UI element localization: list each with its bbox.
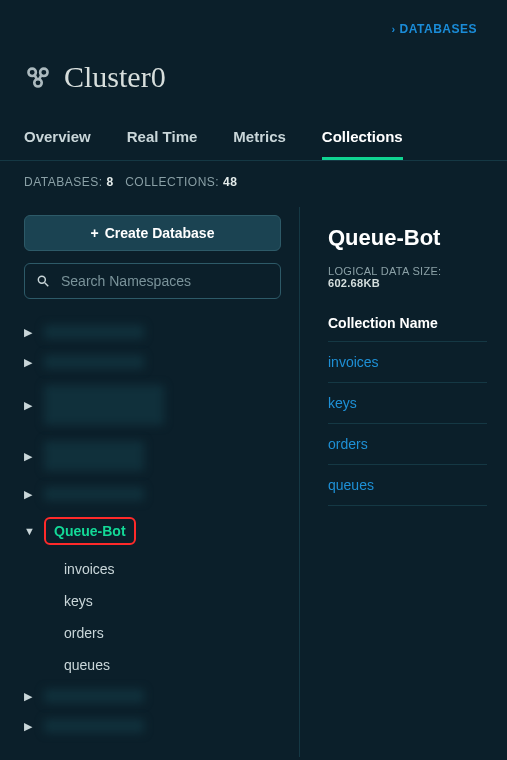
tab-overview[interactable]: Overview — [24, 128, 91, 160]
tabs: Overview Real Time Metrics Collections — [0, 94, 507, 161]
tree-collection-item[interactable]: keys — [64, 585, 281, 617]
svg-point-2 — [34, 79, 41, 86]
tree-db-item[interactable]: ▶ — [24, 433, 281, 479]
tree-db-item[interactable]: ▶ — [24, 681, 281, 711]
detail-title: Queue-Bot — [328, 225, 487, 251]
collection-row[interactable]: invoices — [328, 342, 487, 383]
tab-metrics[interactable]: Metrics — [233, 128, 286, 160]
collection-table-header: Collection Name — [328, 315, 487, 342]
tab-realtime[interactable]: Real Time — [127, 128, 198, 160]
caret-down-icon: ▼ — [24, 525, 34, 537]
stats-bar: DATABASES: 8 COLLECTIONS: 48 — [0, 161, 507, 189]
svg-line-4 — [39, 75, 41, 80]
svg-point-5 — [38, 276, 45, 283]
svg-line-6 — [45, 283, 49, 287]
tree-db-item[interactable]: ▶ — [24, 711, 281, 741]
database-tree: ▶ ▶ ▶ ▶ ▶ ▼ Queue-Bot invoices keys orde… — [24, 317, 281, 741]
detail-meta: LOGICAL DATA SIZE: 602.68KB — [328, 265, 487, 289]
tree-db-item[interactable]: ▶ — [24, 347, 281, 377]
chevron-right-icon: › — [391, 23, 395, 35]
svg-line-3 — [35, 75, 37, 80]
tree-db-queue-bot[interactable]: ▼ Queue-Bot — [24, 509, 281, 553]
collection-row[interactable]: keys — [328, 383, 487, 424]
search-icon — [36, 274, 50, 288]
collection-row[interactable]: orders — [328, 424, 487, 465]
tree-collection-item[interactable]: orders — [64, 617, 281, 649]
breadcrumb[interactable]: › DATABASES — [391, 22, 477, 36]
tree-collection-item[interactable]: invoices — [64, 553, 281, 585]
tree-db-item[interactable]: ▶ — [24, 479, 281, 509]
search-namespaces-input[interactable] — [24, 263, 281, 299]
create-database-label: Create Database — [105, 225, 215, 241]
cluster-icon — [24, 63, 52, 91]
create-database-button[interactable]: + Create Database — [24, 215, 281, 251]
plus-icon: + — [91, 225, 99, 241]
tree-db-item[interactable]: ▶ — [24, 377, 281, 433]
tab-collections[interactable]: Collections — [322, 128, 403, 160]
page-title: Cluster0 — [64, 60, 166, 94]
tree-db-label: Queue-Bot — [44, 517, 136, 545]
collection-row[interactable]: queues — [328, 465, 487, 506]
breadcrumb-label: DATABASES — [400, 22, 477, 36]
tree-db-item[interactable]: ▶ — [24, 317, 281, 347]
tree-collection-item[interactable]: queues — [64, 649, 281, 681]
